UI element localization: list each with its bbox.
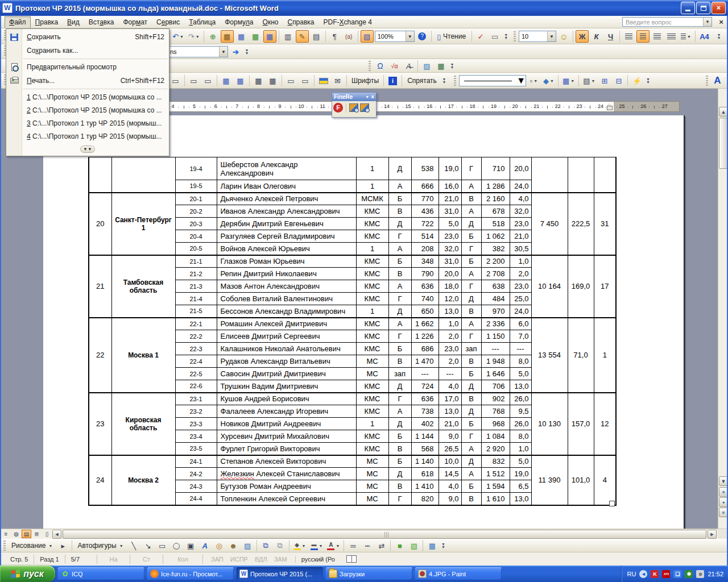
score-2[interactable]: 2 160	[481, 193, 510, 205]
view-normal-button[interactable]: ≡	[1, 530, 11, 538]
align-center-button[interactable]	[636, 30, 650, 43]
menu-item-Правка[interactable]: Правка	[31, 16, 63, 28]
zone-2[interactable]: Д	[461, 405, 481, 418]
team-total-weight[interactable]: 7 450	[531, 193, 568, 255]
zone-2[interactable]: Д	[461, 218, 481, 230]
score-2[interactable]: 2 920	[481, 443, 510, 455]
justify-button[interactable]	[665, 30, 678, 43]
score-1[interactable]: 636	[411, 393, 439, 405]
toolbar-options-button[interactable]: ▼▼	[441, 74, 448, 87]
member-name[interactable]: Новиков Дмитрий Андреевич	[217, 418, 356, 430]
points-1[interactable]: 21,0	[439, 193, 461, 205]
member-name[interactable]: Елисеев Дмитрий Сергеевич	[217, 330, 356, 343]
team-total-weight[interactable]: 10 130	[531, 393, 568, 455]
menu-item-Файл[interactable]: Файл	[5, 16, 31, 28]
member-name[interactable]: Репин Дмитрий Николаевич	[217, 268, 356, 280]
zone-1[interactable]: Б	[388, 193, 411, 205]
zone-2[interactable]: зап	[461, 343, 481, 355]
zone-2[interactable]: Г	[461, 243, 481, 255]
points-2[interactable]: 26,0	[510, 418, 531, 430]
insert-table-menu-button[interactable]: ▦▼	[561, 74, 576, 87]
zone-1[interactable]: Д	[388, 468, 411, 480]
points-2[interactable]: 20,0	[510, 157, 531, 180]
score-2[interactable]: 968	[481, 418, 510, 430]
team-total-points[interactable]: 101,0	[568, 455, 594, 505]
frame-1-button[interactable]: ▭	[284, 74, 297, 87]
start-button[interactable]: пуск	[0, 566, 55, 582]
equation-button[interactable]: √α	[388, 60, 401, 72]
zone-2[interactable]: Б	[461, 255, 481, 268]
zone-2[interactable]: А	[461, 205, 481, 218]
indent-marker[interactable]	[607, 103, 612, 110]
menu-item-Сервис[interactable]: Сервис	[152, 16, 184, 28]
team-total-points[interactable]: 169,0	[568, 255, 594, 318]
score-1[interactable]: 770	[411, 193, 439, 205]
member-id[interactable]: 23-4	[175, 430, 217, 443]
tables-borders-button[interactable]: ▦	[221, 30, 234, 43]
member-id[interactable]: 23-2	[175, 405, 217, 418]
member-id[interactable]: 22-1	[175, 318, 217, 330]
member-rank[interactable]: КМС	[356, 205, 388, 218]
member-id[interactable]: 21-3	[175, 280, 217, 293]
member-name[interactable]: Трушкин Вадим Дмитриевич	[217, 380, 356, 393]
close-button[interactable]: ×	[712, 2, 726, 14]
member-rank[interactable]: МС	[356, 493, 388, 505]
zone-1[interactable]: А	[388, 180, 411, 193]
points-1[interactable]: 5,0	[439, 218, 461, 230]
points-1[interactable]: 2,0	[439, 355, 461, 368]
member-rank[interactable]: МС	[356, 468, 388, 480]
oval-button[interactable]: ◯	[170, 540, 183, 551]
zone-2[interactable]: А	[461, 268, 481, 280]
member-id[interactable]: 22-5	[175, 368, 217, 380]
team-total-points[interactable]: 71,0	[568, 318, 594, 393]
score-1[interactable]: 686	[411, 343, 439, 355]
team-total-weight[interactable]: 10 164	[531, 255, 568, 318]
team-place[interactable]: 31	[594, 193, 616, 255]
zone-1[interactable]: Г	[388, 393, 411, 405]
member-rank[interactable]: КМС	[356, 230, 388, 243]
points-1[interactable]: 4,0	[439, 480, 461, 493]
ati-tray-icon[interactable]: ATI	[662, 570, 670, 578]
team-number[interactable]: 22	[89, 318, 111, 393]
finereader-open-image-button[interactable]	[349, 103, 358, 112]
zone-2[interactable]: Д	[461, 380, 481, 393]
zone-1[interactable]: зап	[388, 368, 411, 380]
zone-1[interactable]: В	[388, 443, 411, 455]
info-button[interactable]: i	[386, 74, 399, 87]
member-rank[interactable]: КМС	[356, 443, 388, 455]
score-2[interactable]: 638	[481, 280, 510, 293]
document-close-button[interactable]: ×	[717, 18, 726, 27]
a4-button[interactable]: А4	[698, 30, 711, 43]
member-id[interactable]: 24-4	[175, 493, 217, 505]
toolbar-options-button[interactable]: ▼▼	[243, 45, 250, 58]
table-style-3-button[interactable]: ▦	[252, 74, 265, 87]
score-2[interactable]: 1 150	[481, 330, 510, 343]
member-id[interactable]: 19-4	[175, 157, 217, 180]
show-marks-button[interactable]: ¶	[328, 30, 341, 43]
team-name[interactable]: Москва 1	[111, 318, 175, 393]
score-1[interactable]: 724	[411, 380, 439, 393]
points-2[interactable]: 9,5	[510, 405, 531, 418]
taskbar-task-icq[interactable]: ✿ICQ	[58, 567, 144, 580]
flag-rec[interactable]: ЗАП	[211, 556, 224, 563]
table-autoformat-button[interactable]: ⚡	[630, 74, 643, 87]
points-2[interactable]: 13,0	[510, 380, 531, 393]
points-1[interactable]: 26,5	[439, 443, 461, 455]
zone-2[interactable]: Г	[461, 157, 481, 180]
menu-item-Окно[interactable]: Окно	[258, 16, 283, 28]
team-total-weight[interactable]: 13 554	[531, 318, 568, 393]
finereader-logo-button[interactable]: F	[333, 103, 343, 113]
score-2[interactable]: 832	[481, 455, 510, 468]
page-setup-button[interactable]: ▭	[169, 74, 182, 87]
member-rank[interactable]: КМС	[356, 330, 388, 343]
member-name[interactable]: Ромашин Алексей Дмитриевич	[217, 318, 356, 330]
zone-1[interactable]: А	[388, 243, 411, 255]
undo-button[interactable]: ↶▼	[171, 30, 185, 43]
horizontal-scroll-thumb[interactable]	[63, 530, 706, 539]
zone-1[interactable]: Г	[388, 293, 411, 305]
member-name[interactable]: Иванов Александр Александрович	[217, 205, 356, 218]
team-total-points[interactable]	[568, 157, 594, 193]
zone-2[interactable]: А	[461, 468, 481, 480]
team-total-weight[interactable]	[531, 157, 568, 193]
scroll-right-button[interactable]: ►	[708, 530, 717, 539]
